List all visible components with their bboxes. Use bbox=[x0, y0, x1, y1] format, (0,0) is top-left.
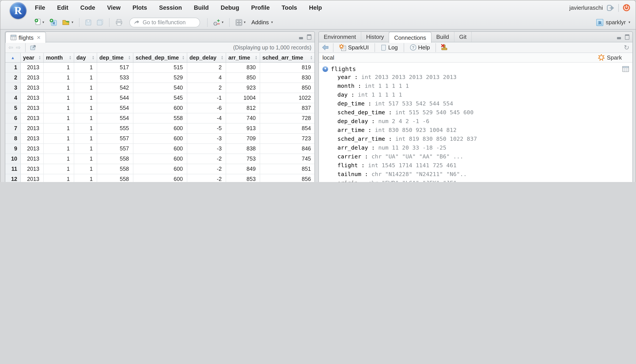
column-header-sched-arr-time[interactable]: sched_arr_time▲▼ bbox=[260, 53, 315, 62]
viewer-tabstrip: flights ✕ bbox=[5, 32, 314, 42]
table-cell: 2013 bbox=[21, 63, 44, 73]
table-row[interactable]: 4201311544545-110041022 bbox=[5, 93, 314, 103]
menu-tools[interactable]: Tools bbox=[281, 4, 297, 11]
column-header-dep-delay[interactable]: dep_delay▲▼ bbox=[187, 53, 226, 62]
table-cell: 854 bbox=[260, 124, 314, 134]
column-header-sched-dep-time[interactable]: sched_dep_time▲▼ bbox=[133, 53, 187, 62]
provider-label: Spark bbox=[598, 54, 629, 61]
print-button[interactable] bbox=[114, 18, 124, 26]
table-cell: -2 bbox=[187, 154, 226, 164]
tab-connections[interactable]: Connections bbox=[389, 32, 432, 43]
menu-debug[interactable]: Debug bbox=[221, 4, 239, 11]
goto-file-search[interactable] bbox=[129, 18, 200, 27]
menu-profile[interactable]: Profile bbox=[251, 4, 270, 11]
maximize-pane-icon[interactable] bbox=[307, 34, 311, 40]
table-row[interactable]: 11201311558600-2849851 bbox=[5, 164, 314, 174]
new-project-button[interactable]: R bbox=[48, 18, 58, 27]
minimize-pane-icon[interactable] bbox=[299, 35, 304, 39]
close-tab-icon[interactable]: ✕ bbox=[37, 35, 41, 40]
open-file-button[interactable]: ▾ bbox=[61, 18, 75, 26]
column-header-month[interactable]: month▲▼ bbox=[44, 53, 74, 62]
table-cell: 2013 bbox=[21, 174, 44, 182]
new-file-button[interactable]: ▾ bbox=[33, 18, 46, 27]
table-cell: 2013 bbox=[21, 73, 44, 83]
menu-file[interactable]: File bbox=[35, 4, 45, 11]
row-number: 9 bbox=[5, 144, 21, 154]
popout-icon[interactable] bbox=[30, 44, 36, 50]
table-node-flights[interactable]: ▼ flights bbox=[323, 64, 629, 74]
help-button[interactable]: ? Help bbox=[408, 44, 431, 51]
log-button[interactable]: Log bbox=[379, 44, 399, 51]
table-cell: 1 bbox=[74, 124, 97, 134]
menu-edit[interactable]: Edit bbox=[57, 4, 69, 11]
svg-text:?: ? bbox=[412, 46, 414, 50]
addins-menu[interactable]: Addins▾ bbox=[249, 18, 275, 26]
sparkui-button[interactable]: SparkUI bbox=[338, 44, 370, 52]
maximize-pane-icon[interactable] bbox=[625, 34, 629, 40]
forward-icon[interactable]: ⇨ bbox=[16, 44, 21, 51]
table-cell: 2 bbox=[187, 83, 226, 93]
menu-help[interactable]: Help bbox=[309, 4, 322, 11]
menu-code[interactable]: Code bbox=[80, 4, 95, 11]
table-cell: 923 bbox=[226, 83, 260, 93]
menu-view[interactable]: View bbox=[107, 4, 121, 11]
table-row[interactable]: 10201311558600-2753745 bbox=[5, 154, 314, 164]
table-cell: 557 bbox=[97, 144, 133, 154]
project-menu[interactable]: sparklyr bbox=[606, 19, 626, 26]
table-cell: -5 bbox=[187, 124, 226, 134]
save-all-button[interactable] bbox=[95, 18, 105, 26]
column-header-year[interactable]: year▲▼ bbox=[21, 53, 44, 62]
sort-asc-icon: ▲ bbox=[11, 55, 15, 60]
tab-git[interactable]: Git bbox=[454, 32, 472, 42]
quit-session-button[interactable] bbox=[623, 4, 630, 12]
table-cell: 600 bbox=[133, 124, 187, 134]
table-cell: 1 bbox=[44, 93, 74, 103]
table-cell: 2013 bbox=[21, 124, 44, 134]
back-icon[interactable]: ⇦ bbox=[9, 44, 13, 51]
column-header-dep-time[interactable]: dep_time▲▼ bbox=[97, 53, 133, 62]
menu-build[interactable]: Build bbox=[194, 4, 209, 11]
sign-out-icon[interactable] bbox=[607, 5, 614, 11]
table-cell: 1 bbox=[44, 144, 74, 154]
disconnect-icon[interactable] bbox=[441, 44, 448, 51]
minimize-pane-icon[interactable] bbox=[617, 35, 622, 39]
refresh-icon[interactable]: ↻ bbox=[624, 44, 629, 51]
table-cell: 838 bbox=[226, 144, 260, 154]
table-row[interactable]: 5201311554600-6812837 bbox=[5, 103, 314, 114]
table-row[interactable]: 8201311557600-3709723 bbox=[5, 134, 314, 144]
table-row[interactable]: 9201311557600-3838846 bbox=[5, 144, 314, 154]
table-cell: 554 bbox=[97, 114, 133, 124]
table-row[interactable]: 6201311554558-4740728 bbox=[5, 114, 314, 124]
column-header-arr-time[interactable]: arr_time▲▼ bbox=[226, 53, 260, 62]
row-number: 7 bbox=[5, 124, 21, 134]
menu-session[interactable]: Session bbox=[159, 4, 182, 11]
table-cell: 830 bbox=[226, 63, 260, 73]
table-cell: 1 bbox=[44, 124, 74, 134]
column-header-day[interactable]: day▲▼ bbox=[74, 53, 97, 62]
table-cell: 745 bbox=[260, 154, 314, 164]
tab-build[interactable]: Build bbox=[431, 32, 454, 42]
connections-tabstrip: EnvironmentHistoryConnectionsBuildGit bbox=[319, 32, 632, 42]
row-number-header[interactable]: ▲ bbox=[5, 53, 21, 62]
back-icon[interactable] bbox=[322, 44, 329, 50]
pane-layout-button[interactable]: ▾ bbox=[234, 18, 247, 27]
table-cell: 913 bbox=[226, 124, 260, 134]
grid-icon bbox=[235, 19, 242, 26]
table-row[interactable]: 7201311555600-5913854 bbox=[5, 124, 314, 134]
connection-row[interactable]: local Spark bbox=[319, 53, 632, 63]
tab-environment[interactable]: Environment bbox=[319, 32, 361, 42]
table-row[interactable]: 32013115425402923850 bbox=[5, 83, 314, 93]
table-row[interactable]: 12013115175152830819 bbox=[5, 63, 314, 73]
tab-history[interactable]: History bbox=[361, 32, 389, 42]
save-button[interactable] bbox=[84, 18, 93, 26]
table-row[interactable]: 12201311558600-2853856 bbox=[5, 174, 314, 182]
table-row[interactable]: 22013115335294850830 bbox=[5, 73, 314, 83]
tab-flights[interactable]: flights ✕ bbox=[5, 32, 46, 43]
menu-plots[interactable]: Plots bbox=[133, 4, 147, 11]
menu-bar: FileEditCodeViewPlotsSessionBuildDebugPr… bbox=[35, 0, 322, 15]
view-table-icon[interactable] bbox=[622, 66, 629, 72]
collapse-node-icon[interactable]: ▼ bbox=[323, 66, 328, 72]
goto-file-input[interactable] bbox=[142, 19, 195, 26]
version-control-button[interactable]: +−G ▾ bbox=[212, 18, 225, 27]
main-toolbar: ▾ R ▾ bbox=[33, 15, 275, 30]
